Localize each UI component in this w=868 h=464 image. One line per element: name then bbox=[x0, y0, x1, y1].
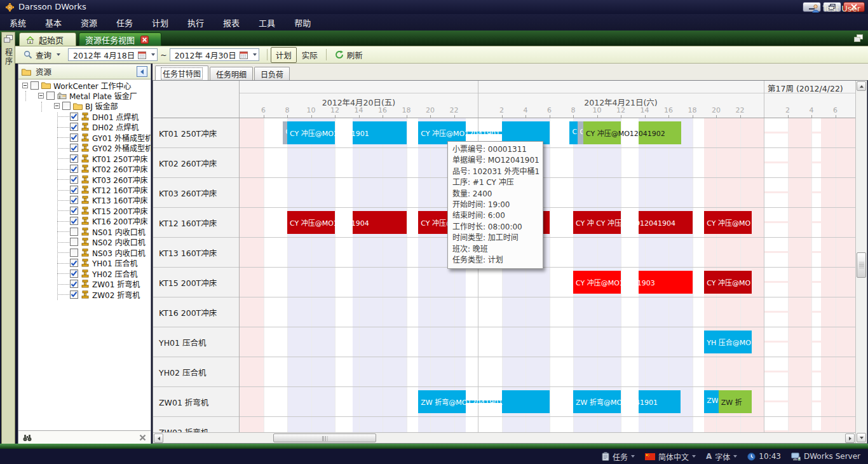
menu-item-1[interactable]: 基本 bbox=[36, 14, 71, 31]
tree-item-label[interactable]: NS02 内收口机 bbox=[92, 236, 146, 247]
menu-item-0[interactable]: 系统 bbox=[0, 14, 36, 31]
task-bar-11[interactable]: CY 冲压@MO1 bbox=[704, 271, 752, 294]
tree-item-label[interactable]: KT16 200T冲床 bbox=[92, 215, 148, 226]
menu-item-5[interactable]: 执行 bbox=[178, 14, 214, 31]
status-language-menu[interactable]: 简体中文 bbox=[645, 451, 696, 462]
task-bar-5[interactable]: CY 冲压@MO12041902 bbox=[583, 121, 681, 144]
refresh-button[interactable]: 刷新 bbox=[330, 47, 368, 63]
tree-item-18[interactable]: YH02 压合机 bbox=[70, 268, 137, 278]
scroll-right-button[interactable] bbox=[845, 433, 855, 443]
tree-item-7[interactable]: KT01 250T冲床 bbox=[70, 153, 148, 163]
task-bar-4[interactable]: C bbox=[578, 121, 583, 144]
query-button[interactable]: 查询 bbox=[18, 47, 65, 63]
menu-item-6[interactable]: 报表 bbox=[214, 14, 249, 31]
calendar-icon[interactable] bbox=[240, 51, 248, 59]
plan-mode-button[interactable]: 计划 bbox=[271, 47, 297, 63]
tree-item-3[interactable]: DH01 点焊机 bbox=[70, 111, 139, 121]
tree-item-19[interactable]: ZW01 折弯机 bbox=[70, 279, 140, 289]
tree-item-label[interactable]: NS03 内收口机 bbox=[92, 247, 146, 258]
tree-item-2[interactable]: BJ 钣金部 bbox=[54, 101, 118, 111]
tree-item-label[interactable]: DH01 点焊机 bbox=[92, 111, 139, 122]
tree-checkbox[interactable] bbox=[70, 249, 78, 257]
horizontal-scroll-thumb[interactable] bbox=[273, 433, 376, 442]
tree-item-label[interactable]: WorkCenter 工作中心 bbox=[53, 80, 132, 91]
tree-item-label[interactable]: GY01 外桶成型机 bbox=[92, 132, 151, 143]
tree-item-label[interactable]: NS01 内收口机 bbox=[92, 226, 146, 237]
date-from-field[interactable]: 2012年 4月18日 bbox=[68, 48, 158, 61]
tree-item-label[interactable]: KT15 200T冲床 bbox=[92, 205, 148, 216]
gantt-tab-1[interactable]: 任务明细 bbox=[210, 67, 253, 80]
tree-item-label[interactable]: KT01 250T冲床 bbox=[92, 153, 148, 164]
date-to-field[interactable]: 2012年 4月30日 bbox=[170, 48, 259, 61]
tree-item-label[interactable]: KT02 260T冲床 bbox=[92, 163, 148, 174]
tree-item-label[interactable]: KT03 260T冲床 bbox=[92, 174, 148, 185]
binoculars-search-icon[interactable] bbox=[23, 434, 32, 442]
actual-mode-button[interactable]: 实际 bbox=[297, 47, 323, 63]
tree-checkbox[interactable] bbox=[62, 102, 71, 110]
collapse-panel-button[interactable] bbox=[137, 66, 147, 77]
tree-item-12[interactable]: KT15 200T冲床 bbox=[70, 205, 148, 215]
gantt-tab-2[interactable]: 日负荷 bbox=[254, 67, 290, 80]
tree-checkbox[interactable] bbox=[70, 259, 78, 267]
scroll-up-button[interactable] bbox=[857, 81, 866, 91]
tree-item-label[interactable]: Metal Plate 钣金厂 bbox=[69, 90, 137, 101]
tree-checkbox[interactable] bbox=[70, 175, 78, 184]
tree-item-20[interactable]: ZW02 折弯机 bbox=[70, 289, 140, 299]
calendar-icon[interactable] bbox=[138, 51, 146, 59]
date-from-caret-icon[interactable] bbox=[151, 53, 155, 56]
date-to-caret-icon[interactable] bbox=[253, 53, 257, 56]
tree-item-label[interactable]: KT12 160T冲床 bbox=[92, 184, 148, 195]
task-bar-6[interactable]: CY 冲压@MO12041904 bbox=[287, 211, 407, 234]
tree-item-0[interactable]: WorkCenter 工作中心 bbox=[22, 80, 132, 90]
task-bar-12[interactable]: YH 压合@MO1 bbox=[704, 331, 752, 353]
tree-item-4[interactable]: DH02 点焊机 bbox=[70, 122, 139, 132]
tree-checkbox[interactable] bbox=[70, 123, 78, 131]
tree-checkbox[interactable] bbox=[70, 196, 78, 204]
task-bar-9[interactable]: CY 冲压@MO1 bbox=[704, 211, 752, 234]
task-bar-13[interactable]: ZW 折弯@MO12041901 bbox=[418, 390, 549, 413]
scroll-left-button[interactable] bbox=[154, 433, 163, 443]
tree-checkbox[interactable] bbox=[70, 154, 78, 163]
tab-resource-task-view[interactable]: 资源任务视图 bbox=[79, 32, 161, 47]
vertical-scrollbar[interactable] bbox=[855, 81, 867, 443]
tab-close-icon[interactable] bbox=[140, 36, 149, 44]
gantt-tab-0[interactable]: 任务甘特图 bbox=[155, 65, 208, 80]
tree-item-16[interactable]: NS03 内收口机 bbox=[70, 247, 146, 257]
tree-checkbox[interactable] bbox=[70, 238, 78, 246]
tree-item-5[interactable]: GY01 外桶成型机 bbox=[70, 132, 151, 142]
horizontal-scrollbar[interactable] bbox=[153, 432, 855, 443]
menu-item-3[interactable]: 任务 bbox=[107, 14, 142, 31]
tree-expander-icon[interactable] bbox=[38, 93, 44, 99]
task-bar-15[interactable]: ZW bbox=[704, 390, 719, 413]
menu-item-4[interactable]: 计划 bbox=[142, 14, 178, 31]
tree-checkbox[interactable] bbox=[31, 81, 39, 90]
tree-item-13[interactable]: KT16 200T冲床 bbox=[70, 216, 148, 226]
tree-item-label[interactable]: YH02 压合机 bbox=[92, 268, 137, 279]
task-bar-1[interactable]: CY 冲压@MO12041901 bbox=[287, 121, 407, 144]
tree-item-label[interactable]: BJ 钣金部 bbox=[85, 100, 118, 111]
tree-item-8[interactable]: KT02 260T冲床 bbox=[70, 164, 148, 174]
user-indicator[interactable]: Test User bbox=[812, 0, 860, 17]
status-task-menu[interactable]: 任务 bbox=[602, 451, 635, 462]
vertical-scroll-thumb[interactable] bbox=[857, 252, 866, 278]
menu-item-8[interactable]: 帮助 bbox=[285, 14, 320, 31]
tree-item-label[interactable]: ZW01 折弯机 bbox=[92, 278, 140, 289]
tree-item-label[interactable]: GY02 外桶成型机 bbox=[92, 142, 151, 153]
tree-item-6[interactable]: GY02 外桶成型机 bbox=[70, 143, 151, 153]
tree-checkbox[interactable] bbox=[70, 217, 78, 225]
task-bar-14[interactable]: ZW 折弯@MO12041901 bbox=[573, 390, 681, 413]
tree-checkbox[interactable] bbox=[70, 133, 78, 142]
scroll-down-button[interactable] bbox=[857, 433, 866, 442]
menu-item-2[interactable]: 资源 bbox=[71, 14, 107, 31]
task-bar-3[interactable]: C bbox=[569, 121, 577, 144]
window-list-icon[interactable] bbox=[854, 34, 863, 43]
clear-filter-x-icon[interactable] bbox=[139, 434, 146, 441]
status-font-menu[interactable]: A 字体 bbox=[706, 451, 737, 462]
tree-checkbox[interactable] bbox=[70, 186, 78, 194]
tree-item-11[interactable]: KT13 160T冲床 bbox=[70, 195, 148, 205]
task-bar-8[interactable]: CY 冲 CY 冲压@MO12041904 bbox=[573, 211, 693, 234]
tree-checkbox[interactable] bbox=[70, 165, 78, 173]
tree-item-15[interactable]: NS02 内收口机 bbox=[70, 237, 146, 247]
task-bar-16[interactable]: ZW 折 bbox=[719, 390, 752, 413]
tree-item-14[interactable]: NS01 内收口机 bbox=[70, 226, 146, 236]
